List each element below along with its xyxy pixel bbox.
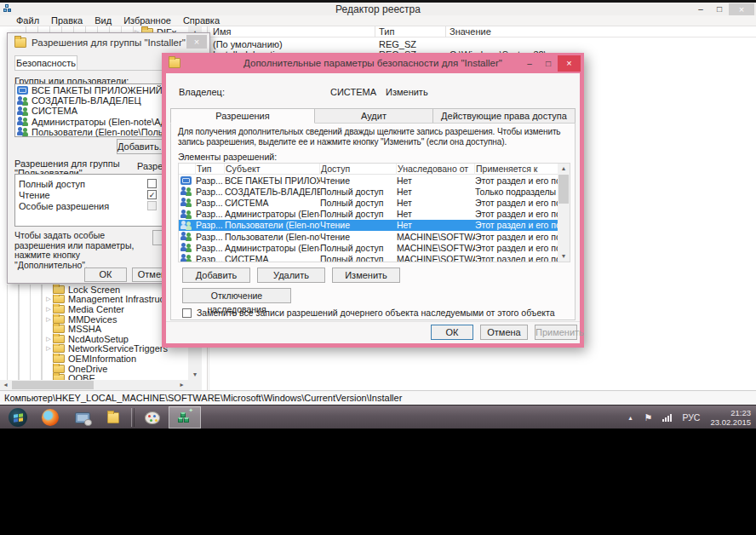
column-type[interactable]: Тип [379,26,394,37]
scroll-down-icon[interactable]: ▾ [188,369,202,380]
language-indicator[interactable]: РУС [682,412,700,423]
footer-divider [166,321,580,322]
restore-icon[interactable]: □ [710,3,729,15]
owner-value: СИСТЕМА [330,87,376,97]
edit-button[interactable]: Изменить [332,268,400,283]
table-row[interactable]: Разр...СИСТЕМАПолный доступНетЭтот разде… [179,197,558,208]
checkbox-read[interactable]: ✓ [147,190,157,199]
table-row-selected[interactable]: Разр...Пользователи (Elen-note\П...Чтени… [179,220,558,231]
scroll-left-icon[interactable]: ◂ [0,380,11,390]
network-signal-icon[interactable] [662,414,672,422]
column-value[interactable]: Значение [450,26,491,37]
minimize-icon[interactable]: – [691,3,710,15]
users-icon [17,96,29,106]
ok-button[interactable]: ОК [84,268,127,282]
close-icon[interactable]: × [186,35,207,49]
change-owner-link[interactable]: Изменить [386,87,428,97]
add-button[interactable]: Добавить [182,268,250,283]
tab-effective-access[interactable]: Действующие права доступа [432,108,576,124]
group-label: ВСЕ ПАКЕТЫ ПРИЛОЖЕНИЙ [32,85,163,95]
table-header: Тип Субъект Доступ Унаследовано от Приме… [179,164,570,175]
table-scrollbar[interactable]: ▴ ▾ [558,164,570,262]
tree-item[interactable]: ▷MMDevices [0,314,187,325]
tab-security[interactable]: Безопасность [14,55,77,71]
users-icon [180,187,192,196]
replace-permissions-row: Заменить все записи разрешений дочернего… [182,308,555,318]
col-type[interactable]: Тип [196,164,225,175]
status-bar: Компьютер\HKEY_LOCAL_MACHINE\SOFTWARE\Mi… [0,390,756,405]
table-row[interactable]: Разр...Пользователи (Elen-note\П...Чтени… [179,231,558,242]
dialog-title-bar: Разрешения для группы "Installer" [8,33,209,51]
clock[interactable]: 21:23 23.02.2015 [710,408,751,427]
tree-item[interactable]: ▷NcdAutoSetup [0,334,187,344]
expander-icon[interactable]: ▷ [44,296,53,302]
col-subject[interactable]: Субъект [225,164,320,175]
tree-item[interactable]: Lock Screen [0,285,187,295]
replace-checkbox[interactable] [182,308,192,318]
checkbox-full-control[interactable] [147,179,157,188]
tree-item[interactable]: OneDrive [0,364,187,374]
scroll-thumb[interactable] [558,175,569,204]
col-applies[interactable]: Применяется к [475,164,570,175]
column-name[interactable]: Имя [213,26,231,37]
taskbar-firefox[interactable] [34,406,66,429]
permission-entries-table: Тип Субъект Доступ Унаследовано от Приме… [178,163,570,262]
owner-label: Владелец: [179,87,225,97]
taskbar-paint[interactable] [136,406,169,429]
expander-icon[interactable]: ▷ [44,306,53,313]
table-rows: Разр...ВСЕ ПАКЕТЫ ПРИЛОЖЕНИЙЧтениеНетЭто… [179,175,558,262]
users-icon [180,254,192,262]
menu-help[interactable]: Справка [179,15,227,26]
tab-permissions[interactable]: Разрешения [170,108,315,124]
tree-item[interactable]: MSSHA [0,324,187,334]
action-center-flag-icon[interactable]: ⚑ [644,412,653,423]
menu-file[interactable]: Файл [12,15,47,26]
tree-item[interactable]: ▷Management Infrastructure [0,295,187,305]
users-icon [17,117,29,126]
cancel-button[interactable]: Отмена [480,325,528,340]
tree-horizontal-scrollbar[interactable]: ◂ ▸ [0,380,202,390]
scroll-down-icon[interactable]: ▾ [558,251,570,262]
table-row[interactable]: Разр...Администраторы (Elen-note...Полны… [179,242,558,253]
ok-button[interactable]: ОК [431,325,473,340]
taskbar-explorer[interactable] [99,406,131,429]
taskbar-separator [131,408,135,427]
folder-icon [53,354,65,363]
scroll-right-icon[interactable]: ▸ [176,380,187,390]
tree-item[interactable]: ▷Media Center [0,304,187,314]
table-row[interactable]: Разр...ВСЕ ПАКЕТЫ ПРИЛОЖЕНИЙЧтениеНетЭто… [179,175,558,186]
minimize-icon[interactable]: – [520,59,539,68]
expander-icon[interactable]: ▷ [44,316,53,323]
close-icon[interactable]: × [729,3,754,15]
close-icon[interactable]: × [558,55,581,72]
disable-inheritance-button[interactable]: Отключение наследования [182,288,291,303]
table-row[interactable]: Разр...Администраторы (Elen-note...Полны… [179,209,558,220]
hidden-icons-arrow[interactable]: ▴ [629,414,633,422]
col-access[interactable]: Доступ [320,164,397,175]
remove-button[interactable]: Удалить [257,268,325,283]
col-inherited[interactable]: Унаследовано от [397,164,475,175]
table-row[interactable]: Разр...СИСТЕМАПолный доступMACHINE\SOFTW… [179,253,558,262]
expander-icon[interactable]: ▷ [44,345,53,352]
scroll-up-icon[interactable]: ▴ [558,164,570,174]
start-orb [9,408,27,427]
tab-audit[interactable]: Аудит [314,108,433,124]
tree-item[interactable]: ▷NetworkServiceTriggers [0,344,187,354]
scroll-thumb[interactable] [12,381,94,389]
paint-palette-icon [145,411,160,424]
table-row[interactable]: Разр...СОЗДАТЕЛЬ-ВЛАДЕЛЕЦПолный доступНе… [179,186,558,197]
expander-icon[interactable]: ▷ [44,336,53,342]
menu-favorites[interactable]: Избранное [119,15,179,26]
add-button[interactable]: Добавить... [117,139,165,154]
menu-view[interactable]: Вид [90,15,119,26]
users-icon [180,210,192,219]
menu-edit[interactable]: Правка [47,15,90,26]
tree-item[interactable]: OEMInformation [0,354,187,364]
folder-icon [53,315,65,324]
folder-icon [53,305,65,314]
permission-label: Особые разрешения [19,201,109,211]
taskbar-regedit-active[interactable] [169,406,201,429]
maximize-icon[interactable]: □ [539,59,558,68]
taskbar-control-panel[interactable] [66,406,99,429]
start-button[interactable] [2,406,34,429]
